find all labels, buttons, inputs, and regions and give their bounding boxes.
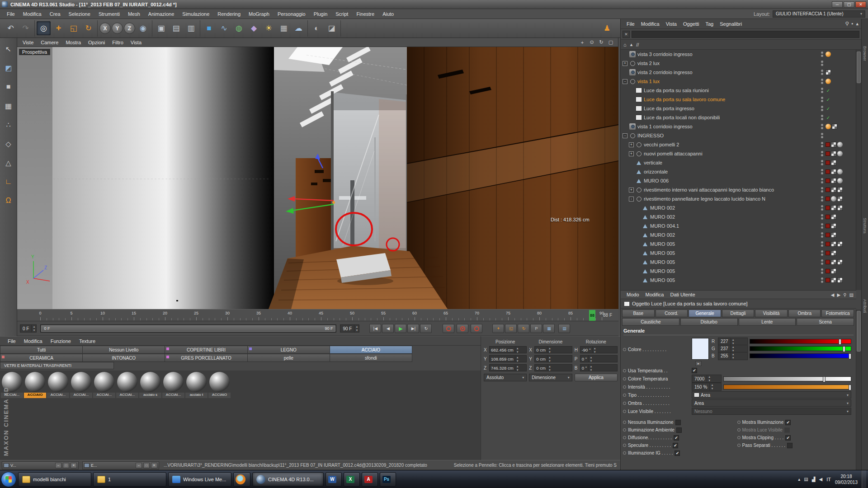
object-tag[interactable]	[826, 260, 830, 264]
viewport-menu-item[interactable]: Mostra	[62, 40, 85, 45]
panel-close-button[interactable]: ✕	[151, 463, 157, 468]
polygons-mode-button[interactable]: △	[2, 156, 15, 169]
record-rotation-button[interactable]: ↻	[518, 324, 529, 333]
tree-row[interactable]: verticale	[621, 158, 856, 167]
temperatura-slider[interactable]	[723, 376, 851, 381]
attribute-mode-tab[interactable]: Modo	[623, 292, 642, 297]
taskbar-windows-live[interactable]: Windows Live Me...	[168, 472, 231, 487]
taskbar-word[interactable]: W	[326, 472, 342, 487]
layer-tab[interactable]: GRES PORCELLANATO	[165, 354, 247, 362]
layer-tab[interactable]: pelle	[248, 354, 330, 362]
object-name[interactable]: rivestimento interno vani attaccapanni l…	[644, 187, 774, 192]
object-manager-menu-item[interactable]: Modifica	[638, 21, 663, 27]
checkbox[interactable]	[675, 450, 680, 456]
menu-item[interactable]: Aiuto	[378, 11, 398, 17]
viewport-menu-item[interactable]: Viste	[19, 40, 37, 45]
material-item[interactable]: acciaio s	[139, 372, 161, 398]
viewport-canvas[interactable]: Y X Z	[17, 47, 618, 309]
lock-y-button[interactable]: Y	[112, 23, 123, 34]
panel-minimize-button[interactable]: –	[136, 463, 142, 468]
object-name[interactable]: MURO 002	[650, 214, 675, 220]
coordinate-field[interactable]: X 0 cm ▲▼	[529, 346, 572, 354]
menu-item[interactable]: Crea	[46, 11, 65, 17]
attribute-tab[interactable]: Visibilità	[755, 310, 788, 317]
tree-row[interactable]: vista 1 corridoio ingresso	[621, 122, 856, 131]
intensita-slider[interactable]	[723, 385, 851, 389]
object-tag[interactable]	[831, 160, 836, 165]
object-tag[interactable]: ✓	[826, 88, 831, 93]
checkbox-row[interactable]: Nessuna Illuminazione	[623, 418, 737, 426]
object-name[interactable]: vista 1 corridoio ingresso	[637, 124, 693, 129]
tree-row[interactable]: + nuovi pomelli attaccapanni	[621, 149, 856, 158]
stepper-icon[interactable]: ▲▼	[515, 347, 520, 353]
expand-toggle[interactable]	[635, 206, 640, 211]
attribute-tab[interactable]: Scena	[797, 318, 854, 326]
menu-item[interactable]: Simulazione	[178, 11, 213, 17]
stepper-icon[interactable]: ▲▼	[547, 356, 552, 362]
panel-minimize-button[interactable]: –	[55, 463, 61, 468]
history-forward-icon[interactable]: ▶	[837, 292, 841, 297]
axis-mode-button[interactable]: ∟	[2, 175, 15, 188]
tree-row[interactable]: MURO 002	[621, 203, 856, 212]
add-camera-button[interactable]: ▦	[277, 21, 291, 35]
attribute-mode-tab[interactable]: Dati Utente	[667, 292, 698, 297]
stepper-icon[interactable]: ▲▼	[515, 365, 520, 371]
animation-dot[interactable]	[623, 377, 626, 380]
menu-item[interactable]: Modifica	[19, 11, 46, 17]
animation-dot[interactable]	[623, 410, 626, 413]
rgb-gradient-slider[interactable]	[750, 353, 851, 358]
checkbox-row[interactable]: Speculare . . . . . . . . .	[623, 441, 737, 449]
attribute-tab[interactable]: Generale	[689, 310, 721, 317]
coords-footer-control[interactable]: Dimensione	[529, 374, 572, 381]
object-name[interactable]: orizzontale	[644, 169, 668, 174]
attribute-tab[interactable]: Caustiche	[622, 318, 679, 326]
object-name[interactable]: vista 3 corridoio ingresso	[637, 52, 693, 57]
object-tag[interactable]	[831, 169, 836, 174]
object-tag[interactable]	[826, 178, 830, 183]
taskbar-explorer-modelli-bianchi[interactable]: modelli bianchi	[18, 472, 91, 487]
coordinate-field[interactable]: Z 0 cm ▲▼	[529, 364, 572, 372]
checkbox-row[interactable]: Diffusione. . . . . . . . . .	[623, 434, 737, 441]
object-tag[interactable]	[831, 205, 836, 211]
object-tag[interactable]	[826, 242, 830, 246]
object-tag[interactable]	[837, 241, 843, 247]
object-name[interactable]: MURO 002	[650, 232, 675, 238]
render-settings-button[interactable]: ▥	[184, 21, 198, 35]
visibility-dots[interactable]	[821, 106, 823, 111]
side-tab[interactable]: Browser	[863, 46, 867, 61]
tree-row[interactable]: MURO 002	[621, 212, 856, 221]
layer-tab[interactable]: ACCIAIO	[330, 346, 412, 354]
stepper-icon[interactable]: ▲▼	[588, 365, 593, 371]
view-mode-button[interactable]: ◪	[325, 21, 339, 35]
panel-maximize-button[interactable]: □	[143, 463, 150, 468]
object-tag[interactable]	[826, 269, 830, 273]
checkbox[interactable]	[784, 427, 790, 433]
render-picture-viewer-button[interactable]: ▤	[169, 21, 183, 35]
visibility-dots[interactable]	[821, 124, 823, 129]
object-tag[interactable]	[826, 251, 830, 255]
record-parameter-button[interactable]: P	[530, 324, 542, 333]
expand-toggle[interactable]	[635, 269, 640, 274]
side-tab[interactable]: Struttura	[863, 218, 867, 234]
color-swatch[interactable]	[692, 338, 709, 360]
viewport-menu-item[interactable]: Opzioni	[85, 40, 108, 45]
object-tag[interactable]	[831, 214, 836, 220]
object-name[interactable]: vista 1 lux	[637, 79, 660, 84]
tree-row[interactable]: MURO 002	[621, 230, 856, 239]
viewport-menu-item[interactable]: Vista	[127, 40, 145, 45]
current-frame-marker[interactable]: 88	[589, 310, 595, 321]
tree-row[interactable]: MURO 005	[621, 276, 856, 285]
stepper-icon[interactable]: ▲▼	[31, 325, 36, 332]
object-tag[interactable]	[826, 151, 830, 156]
visibility-dots[interactable]	[821, 133, 823, 138]
rgb-gradient-slider[interactable]	[750, 339, 851, 344]
add-cube-button[interactable]: ■	[202, 21, 216, 35]
visibility-dots[interactable]	[821, 232, 823, 238]
expand-toggle[interactable]: +	[629, 142, 634, 147]
close-button[interactable]: ✕	[855, 1, 866, 8]
tree-row[interactable]: MURO 005	[621, 267, 856, 276]
expand-toggle[interactable]: -	[629, 197, 634, 202]
coordinate-field[interactable]: Y 0 cm ▲▼	[529, 355, 572, 363]
checkbox[interactable]	[785, 435, 791, 441]
object-manager-menu-item[interactable]: Tag	[702, 21, 717, 27]
